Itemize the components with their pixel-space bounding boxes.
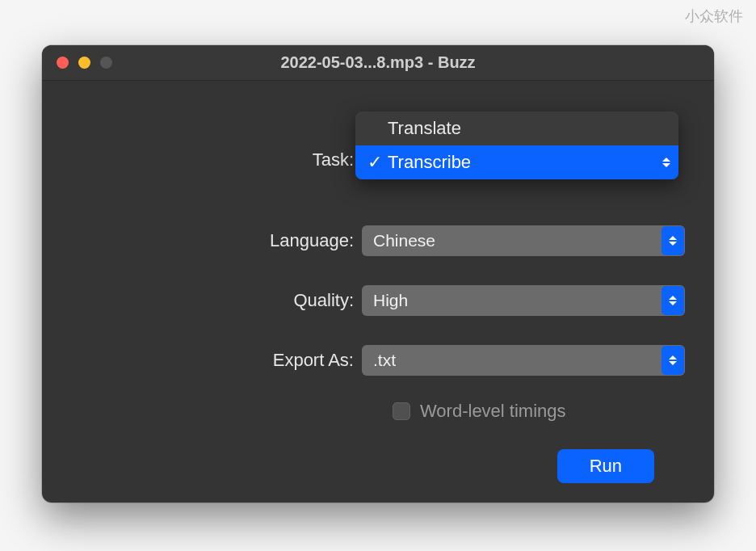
run-button[interactable]: Run [557, 449, 654, 483]
task-option-translate[interactable]: Translate [355, 111, 678, 145]
quality-value: High [373, 291, 408, 310]
button-row: Run [71, 449, 685, 483]
language-value: Chinese [373, 231, 435, 250]
quality-select[interactable]: High [362, 285, 685, 316]
maximize-icon [100, 57, 112, 69]
export-value: .txt [373, 351, 396, 370]
language-row: Language: Chinese [71, 223, 685, 259]
watermark-text: 小众软件 [685, 6, 743, 26]
traffic-lights [57, 57, 112, 69]
language-label: Language: [71, 230, 362, 251]
export-select[interactable]: .txt [362, 345, 685, 376]
window-title: 2022-05-03...8.mp3 - Buzz [42, 53, 714, 72]
word-timings-row: Word-level timings [393, 401, 685, 422]
option-label: Translate [365, 118, 461, 139]
minimize-icon[interactable] [78, 57, 90, 69]
task-option-transcribe[interactable]: ✓ Transcribe [355, 145, 678, 179]
chevrons-icon [655, 146, 678, 179]
task-label: Task: [71, 149, 362, 170]
quality-label: Quality: [71, 290, 362, 311]
titlebar: 2022-05-03...8.mp3 - Buzz [42, 45, 714, 81]
word-timings-checkbox[interactable] [393, 402, 410, 420]
chevrons-icon [662, 286, 684, 315]
chevrons-icon [662, 226, 684, 255]
chevrons-icon [662, 346, 684, 375]
app-window: 2022-05-03...8.mp3 - Buzz Task: Language… [42, 45, 714, 503]
export-label: Export As: [71, 350, 362, 371]
quality-row: Quality: High [71, 283, 685, 318]
check-icon: ✓ [365, 152, 384, 173]
option-label: Transcribe [386, 152, 471, 173]
word-timings-label: Word-level timings [420, 401, 566, 422]
export-row: Export As: .txt [71, 343, 685, 378]
task-dropdown[interactable]: Translate ✓ Transcribe [355, 111, 678, 179]
language-select[interactable]: Chinese [362, 225, 685, 256]
close-icon[interactable] [57, 57, 69, 69]
